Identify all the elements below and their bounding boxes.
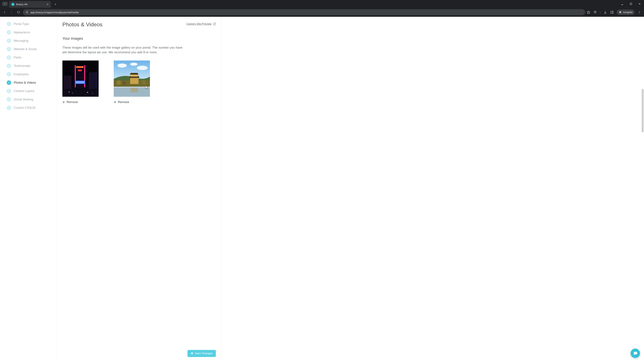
window-maximize[interactable] — [626, 0, 635, 8]
sidebar-item-custom-css-js[interactable]: Custom CSS/JS — [0, 104, 57, 112]
browser-menu-icon[interactable] — [637, 10, 641, 14]
sidebar-item-label: Appearance — [14, 31, 30, 34]
svg-rect-33 — [64, 76, 72, 89]
svg-rect-25 — [74, 65, 86, 87]
external-link-icon — [213, 23, 216, 25]
svg-rect-35 — [62, 90, 98, 97]
svg-rect-14 — [8, 40, 10, 41]
svg-point-10 — [639, 12, 640, 12]
code-icon — [7, 106, 11, 110]
save-changes-button[interactable]: Save Changes — [188, 350, 216, 357]
svg-rect-54 — [130, 88, 138, 92]
scrollbar-thumb[interactable] — [642, 89, 644, 132]
address-url: app.breezy.hr/app/c/moodjoy/portal/media — [30, 11, 79, 14]
image-thumbnail[interactable] — [62, 60, 98, 97]
sidebar-item-portal-type[interactable]: Portal Type — [0, 20, 57, 28]
svg-point-43 — [137, 66, 148, 70]
new-tab-button[interactable]: + — [53, 2, 58, 7]
download-icon[interactable] — [603, 10, 607, 14]
svg-rect-20 — [8, 90, 10, 92]
bookmark-star-icon[interactable] — [586, 10, 590, 14]
svg-point-41 — [118, 63, 127, 67]
nav-forward[interactable] — [9, 9, 14, 15]
sidebar-item-testimonials[interactable]: Testimonials — [0, 62, 57, 70]
svg-rect-48 — [130, 78, 138, 84]
extensions-icon[interactable] — [593, 10, 597, 14]
browser-tab[interactable]: Breezy HR ✕ — [9, 1, 51, 8]
close-icon: ✕ — [114, 100, 116, 104]
sidebar-item-messaging[interactable]: Messaging — [0, 36, 57, 45]
scrollbar-track[interactable] — [641, 17, 644, 362]
svg-point-4 — [26, 12, 26, 13]
your-images-heading: Your Images — [62, 36, 216, 41]
svg-rect-7 — [611, 11, 613, 13]
sidebar-item-appearance[interactable]: Appearance — [0, 28, 57, 36]
svg-marker-6 — [587, 11, 590, 14]
window-minimize[interactable] — [618, 0, 626, 8]
svg-rect-30 — [75, 81, 85, 84]
svg-rect-1 — [630, 3, 632, 5]
sidebar-item-employees[interactable]: Employees — [0, 70, 57, 78]
share-icon — [7, 47, 11, 51]
nav-back[interactable] — [2, 9, 8, 15]
side-panel-icon[interactable] — [610, 10, 614, 14]
sidebar-item-website-social[interactable]: Website & Social — [0, 45, 57, 53]
message-icon — [7, 38, 11, 43]
help-chat-button[interactable] — [630, 349, 640, 358]
your-images-desc: These images will be used with the image… — [62, 45, 183, 55]
sidebar-item-label: Testimonials — [14, 64, 30, 68]
sidebar-item-social-sharing[interactable]: Social Sharing — [0, 95, 57, 104]
incognito-indicator[interactable]: Incognito — [617, 9, 634, 15]
people-icon — [7, 72, 11, 76]
address-bar[interactable]: app.breezy.hr/app/c/moodjoy/portal/media — [23, 9, 585, 15]
svg-marker-51 — [130, 73, 138, 75]
close-tab-icon[interactable]: ✕ — [46, 3, 49, 6]
svg-rect-21 — [8, 98, 10, 100]
photos-videos-panel: Photos & Videos Careers Site Preview You… — [57, 17, 221, 362]
svg-rect-18 — [8, 73, 10, 75]
svg-rect-32 — [76, 82, 84, 83]
svg-rect-29 — [78, 69, 82, 71]
sidebar-item-label: Custom CSS/JS — [14, 106, 36, 110]
svg-point-39 — [92, 93, 93, 94]
breezy-favicon — [12, 3, 14, 6]
remove-image-button[interactable]: ✕ Remove — [114, 100, 150, 104]
portal-settings-sidebar: Portal TypeAppearanceMessagingWebsite & … — [0, 17, 57, 362]
svg-rect-22 — [8, 107, 10, 108]
sidebar-item-label: Social Sharing — [14, 98, 33, 101]
brush-icon — [7, 30, 11, 34]
image-card: ✕ Remove — [114, 60, 150, 104]
remove-label: Remove — [66, 100, 78, 104]
image-icon — [7, 80, 11, 85]
image-card: ✕ Remove — [62, 60, 98, 104]
svg-rect-16 — [8, 57, 10, 58]
svg-rect-15 — [8, 48, 10, 50]
svg-rect-26 — [75, 65, 76, 87]
preview-link-label: Careers Site Preview — [186, 22, 212, 25]
close-icon: ✕ — [62, 100, 65, 104]
chat-icon — [633, 351, 638, 356]
svg-rect-27 — [84, 65, 85, 87]
sidebar-item-photos-videos[interactable]: Photos & Videos — [0, 78, 57, 87]
sidebar-item-label: Perks — [14, 56, 22, 59]
site-info-icon[interactable] — [25, 10, 28, 14]
remove-label: Remove — [118, 100, 129, 104]
save-icon — [191, 352, 193, 355]
layout-icon — [7, 22, 11, 26]
image-thumbnail[interactable] — [114, 60, 150, 97]
sidebar-item-label: Employees — [14, 72, 29, 76]
svg-rect-3 — [27, 11, 28, 12]
svg-rect-17 — [8, 65, 10, 66]
careers-site-preview-link[interactable]: Careers Site Preview — [186, 22, 216, 25]
sidebar-item-label: Content Layout — [14, 89, 34, 93]
window-close[interactable]: ✕ — [635, 0, 644, 8]
nav-reload[interactable] — [16, 9, 22, 15]
svg-point-2 — [26, 11, 26, 12]
sidebar-item-perks[interactable]: Perks — [0, 53, 57, 62]
remove-image-button[interactable]: ✕ Remove — [62, 100, 98, 104]
tabs-dropdown[interactable] — [2, 2, 8, 6]
sidebar-item-content-layout[interactable]: Content Layout — [0, 87, 57, 95]
sidebar-item-label: Messaging — [14, 39, 28, 42]
incognito-label: Incognito — [623, 11, 632, 13]
quote-icon — [7, 64, 11, 68]
